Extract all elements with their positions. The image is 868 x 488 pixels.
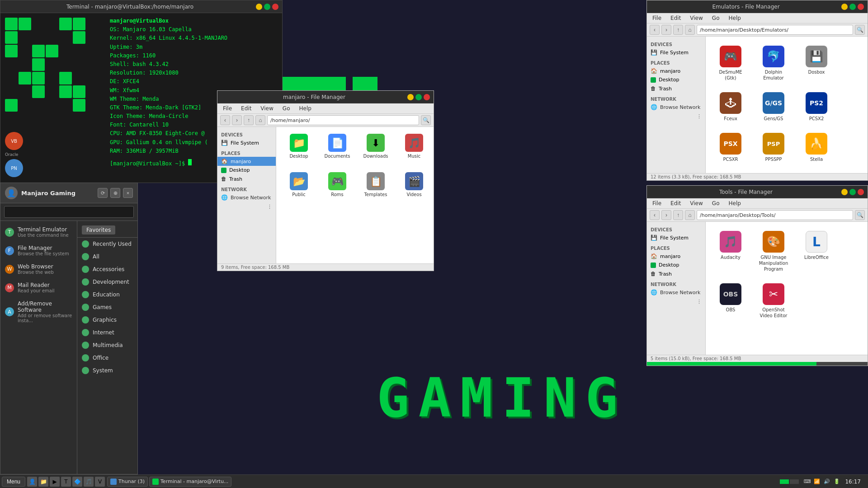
tools-up-button[interactable]: ↑: [673, 210, 683, 220]
app-category-accessories[interactable]: Accessories: [77, 263, 137, 276]
tools-address-bar[interactable]: /home/manjaro/Desktop/Tools/: [697, 210, 853, 220]
terminal-close-button[interactable]: [272, 4, 278, 10]
app-category-system[interactable]: System: [77, 364, 137, 377]
fm-menu-file[interactable]: File: [221, 104, 234, 113]
app-audacity[interactable]: 🎵 Audacity: [712, 229, 749, 274]
app-category-games[interactable]: Games: [77, 301, 137, 314]
tools-back-button[interactable]: ‹: [650, 210, 660, 220]
app-left-webbrowser[interactable]: W Web Browser Browse the web: [0, 260, 77, 278]
favorites-tab-label[interactable]: Favorites: [82, 225, 115, 235]
fm-menu-help[interactable]: Help: [297, 104, 313, 113]
app-category-office[interactable]: Office: [77, 352, 137, 364]
tools-menu-edit[interactable]: Edit: [669, 199, 683, 207]
emu-device-filesystem[interactable]: 💾 File System: [647, 48, 705, 57]
fm-menu-edit[interactable]: Edit: [239, 104, 253, 113]
app-category-development[interactable]: Development: [77, 276, 137, 288]
fm-file-downloads[interactable]: ⬇ Downloads: [358, 131, 394, 168]
fm-file-videos[interactable]: 🎬 Videos: [396, 170, 432, 206]
fm-tools-maximize[interactable]: [849, 189, 856, 195]
tools-search-button[interactable]: 🔍: [855, 210, 865, 220]
app-dosbox[interactable]: 💾 Dosbox: [798, 43, 835, 83]
app-ppsspp[interactable]: PSP PPSSPP: [755, 131, 792, 164]
fm-file-music[interactable]: 🎵 Music: [396, 131, 432, 168]
fm-menu-go[interactable]: Go: [281, 104, 292, 113]
fm-home-button[interactable]: ⌂: [255, 115, 265, 125]
fm-up-button[interactable]: ↑: [244, 115, 254, 125]
taskbar-start-button[interactable]: Menu: [2, 477, 25, 487]
tools-device-filesystem[interactable]: 💾 File System: [647, 233, 705, 242]
fm-forward-button[interactable]: ›: [232, 115, 242, 125]
emu-search-button[interactable]: 🔍: [855, 25, 865, 35]
emu-place-manjaro[interactable]: 🏠 manjaro: [647, 66, 705, 75]
app-openshot[interactable]: ✂ OpenShot Video Editor: [755, 281, 792, 321]
fm-back-button[interactable]: ‹: [220, 115, 230, 125]
app-menu-refresh-button[interactable]: ⟳: [98, 188, 108, 198]
app-category-internet[interactable]: Internet: [77, 326, 137, 339]
quicklaunch-icon-7[interactable]: V: [95, 477, 105, 487]
app-stella[interactable]: 🍌 Stella: [798, 131, 835, 164]
tools-forward-button[interactable]: ›: [661, 210, 671, 220]
terminal-maximize-button[interactable]: [264, 4, 270, 10]
tools-home-button[interactable]: ⌂: [685, 210, 695, 220]
taskbar-terminal[interactable]: Terminal - manjaro@Virtu...: [149, 477, 231, 487]
fm-emulators-minimize[interactable]: [841, 4, 848, 10]
tools-place-trash[interactable]: 🗑 Trash: [647, 269, 705, 278]
fm-search-button[interactable]: 🔍: [421, 115, 431, 125]
emu-back-button[interactable]: ‹: [650, 25, 660, 35]
emu-up-button[interactable]: ↑: [673, 25, 683, 35]
emu-menu-edit[interactable]: Edit: [669, 14, 683, 22]
app-pcsx2[interactable]: PS2 PCSX2: [798, 90, 835, 124]
fm-place-manjaro[interactable]: 🏠 manjaro: [217, 157, 276, 166]
emu-place-desktop[interactable]: Desktop: [647, 75, 705, 84]
fm-menu-view[interactable]: View: [259, 104, 275, 113]
tools-browse-network[interactable]: 🌐 Browse Network: [647, 288, 705, 297]
quicklaunch-icon-6[interactable]: 🎵: [84, 477, 94, 487]
tools-menu-file[interactable]: File: [651, 199, 663, 207]
fm-browse-network[interactable]: 🌐 Browse Network: [217, 193, 276, 202]
emu-forward-button[interactable]: ›: [661, 25, 671, 35]
app-left-addsoftware[interactable]: A Add/Remove Software Add or remove soft…: [0, 297, 77, 327]
fm-emulators-close[interactable]: [858, 4, 864, 10]
app-left-filemanager[interactable]: F File Manager Browse the file system: [0, 241, 77, 260]
emu-address-bar[interactable]: /home/manjaro/Desktop/Emulators/: [697, 25, 853, 35]
emu-menu-file[interactable]: File: [651, 14, 663, 22]
app-desmuME[interactable]: 🎮 DeSmuME (Gtk): [712, 43, 749, 83]
fm-file-public[interactable]: 📂 Public: [281, 170, 317, 206]
fm-file-templates[interactable]: 📋 Templates: [358, 170, 394, 206]
app-menu-close-button[interactable]: ×: [123, 188, 133, 198]
app-category-recently-used[interactable]: Recently Used: [77, 238, 137, 250]
app-left-mailreader[interactable]: M Mail Reader Read your email: [0, 278, 77, 297]
app-gens[interactable]: G/GS Gens/GS: [755, 90, 792, 124]
app-fceux[interactable]: 🕹 Fceux: [712, 90, 749, 124]
fm-emulators-maximize[interactable]: [849, 4, 856, 10]
terminal-minimize-button[interactable]: [256, 4, 262, 10]
emu-home-button[interactable]: ⌂: [685, 25, 695, 35]
fm-file-desktop[interactable]: 📁 Desktop: [281, 131, 317, 168]
fm-manjaro-maximize[interactable]: [415, 94, 422, 100]
fm-manjaro-minimize[interactable]: [407, 94, 414, 100]
tools-menu-view[interactable]: View: [688, 199, 704, 207]
app-menu-add-button[interactable]: ⊕: [110, 188, 120, 198]
fm-device-filesystem[interactable]: 💾 File System: [217, 138, 276, 147]
tools-menu-go[interactable]: Go: [710, 199, 722, 207]
app-search-input[interactable]: [4, 206, 134, 218]
quicklaunch-icon-5[interactable]: 🔷: [72, 477, 82, 487]
emu-menu-view[interactable]: View: [688, 14, 704, 22]
tools-place-desktop[interactable]: Desktop: [647, 261, 705, 269]
fm-place-trash[interactable]: 🗑 Trash: [217, 174, 276, 183]
quicklaunch-icon-3[interactable]: ▶: [50, 477, 60, 487]
fm-tools-close[interactable]: [858, 189, 864, 195]
app-category-education[interactable]: Education: [77, 288, 137, 301]
app-category-multimedia[interactable]: Multimedia: [77, 339, 137, 352]
fm-file-documents[interactable]: 📄 Documents: [319, 131, 355, 168]
fm-tools-minimize[interactable]: [841, 189, 848, 195]
app-dolphin[interactable]: 🐬 Dolphin Emulator: [755, 43, 792, 83]
fm-place-desktop[interactable]: Desktop: [217, 166, 276, 174]
emu-menu-go[interactable]: Go: [710, 14, 722, 22]
quicklaunch-icon-2[interactable]: 📁: [38, 477, 48, 487]
app-libreoffice[interactable]: L LibreOffice: [798, 229, 835, 274]
fm-file-roms[interactable]: 🎮 Roms: [319, 170, 355, 206]
fm-address-bar[interactable]: /home/manjaro/: [267, 115, 419, 125]
tools-menu-help[interactable]: Help: [726, 199, 742, 207]
app-category-all[interactable]: All: [77, 250, 137, 263]
